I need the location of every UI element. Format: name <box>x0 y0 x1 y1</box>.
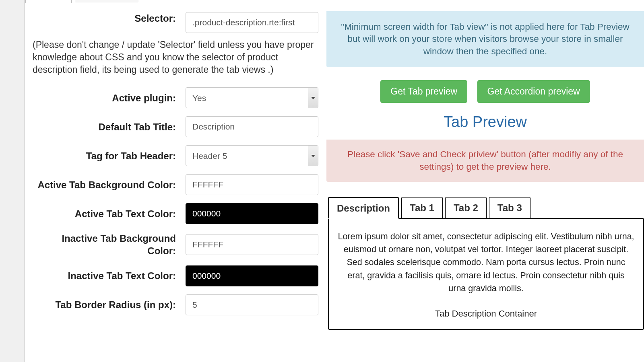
top-tab-1[interactable] <box>25 0 72 3</box>
active-tab-text-label: Active Tab Text Color: <box>33 208 186 220</box>
active-plugin-label: Active plugin: <box>33 92 186 104</box>
preview-column: "Minimum screen width for Tab view" is n… <box>322 0 644 362</box>
get-tab-preview-button[interactable]: Get Tab preview <box>380 80 467 103</box>
preview-tab-2[interactable]: Tab 2 <box>445 197 487 218</box>
default-tab-title-input[interactable] <box>186 116 318 137</box>
selector-label: Selector: <box>33 12 186 25</box>
tag-for-tab-header-select[interactable]: Header 5 <box>186 145 318 166</box>
preview-tab-3[interactable]: Tab 3 <box>489 197 530 218</box>
inactive-tab-text-label: Inactive Tab Text Color: <box>33 269 186 282</box>
tab-border-radius-input[interactable] <box>186 294 318 315</box>
inactive-tab-text-input[interactable] <box>186 265 318 286</box>
settings-form: Selector: (Please don't change / update … <box>25 0 322 362</box>
active-plugin-select[interactable]: Yes <box>186 87 318 108</box>
warning-alert: Please click 'Save and Check priview' bu… <box>326 140 644 182</box>
preview-tab-body: Lorem ipsum dolor sit amet, consectetur … <box>328 218 644 330</box>
tab-border-radius-label: Tab Border Radius (in px): <box>33 298 186 311</box>
preview-tab-caption: Tab Description Container <box>338 307 634 320</box>
selector-input[interactable] <box>186 12 318 33</box>
tabs-preview: Description Tab 1 Tab 2 Tab 3 Lorem ipsu… <box>328 197 644 330</box>
top-tab-remnant <box>25 0 141 3</box>
inactive-tab-bg-input[interactable] <box>186 234 318 255</box>
inactive-tab-bg-label: Inactive Tab Background Color: <box>33 232 186 257</box>
preview-tab-description[interactable]: Description <box>328 197 399 219</box>
tag-for-tab-header-label: Tag for Tab Header: <box>33 150 186 162</box>
preview-button-row: Get Tab preview Get Accordion preview <box>326 80 644 103</box>
info-alert: "Minimum screen width for Tab view" is n… <box>326 11 644 67</box>
active-tab-text-input[interactable] <box>186 203 318 224</box>
active-tab-bg-input[interactable] <box>186 174 318 195</box>
get-accordion-preview-button[interactable]: Get Accordion preview <box>477 80 590 103</box>
top-tab-2[interactable] <box>75 0 139 3</box>
preview-tab-1[interactable]: Tab 1 <box>401 197 443 218</box>
tab-headers: Description Tab 1 Tab 2 Tab 3 <box>328 197 644 218</box>
active-tab-bg-label: Active Tab Background Color: <box>33 179 186 191</box>
selector-help-text: (Please don't change / update 'Selector'… <box>33 39 314 87</box>
preview-title: Tab Preview <box>326 113 644 131</box>
preview-tab-content: Lorem ipsum dolor sit amet, consectetur … <box>338 230 634 295</box>
default-tab-title-label: Default Tab Title: <box>33 121 186 133</box>
